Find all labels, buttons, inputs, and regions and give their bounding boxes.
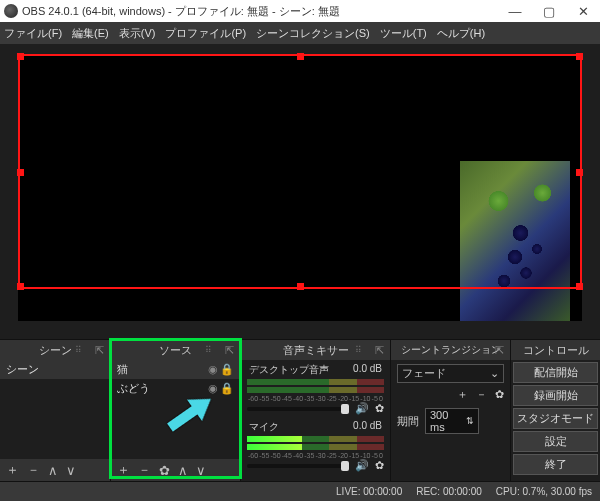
add-transition-button[interactable]: ＋ [457, 387, 468, 402]
status-cpu: CPU: 0.7%, 30.00 fps [496, 486, 592, 497]
panel-title: 音声ミキサー [283, 343, 349, 358]
panel-mixer: 音声ミキサー ⠿ ⇱ デスクトップ音声0.0 dB -60-55-50-45-4… [240, 339, 390, 481]
add-scene-button[interactable]: ＋ [6, 461, 19, 479]
status-rec: REC: 00:00:00 [416, 486, 482, 497]
selection-box[interactable] [18, 54, 582, 289]
panel-controls: コントロール 配信開始 録画開始 スタジオモード 設定 終了 [510, 339, 600, 481]
audio-meter [247, 436, 384, 442]
menu-tools[interactable]: ツール(T) [380, 26, 427, 41]
lock-icon[interactable]: 🔒 [220, 363, 234, 376]
status-bar: LIVE: 00:00:00 REC: 00:00:00 CPU: 0.7%, … [0, 481, 600, 501]
source-settings-button[interactable]: ✿ [159, 463, 170, 478]
mixer-channel: デスクトップ音声0.0 dB -60-55-50-45-40-35-30-25-… [245, 362, 386, 419]
dock-row: シーン ⠿ ⇱ シーン ＋ － ∧ ∨ ソース ⠿ ⇱ 猫 ◉🔒 ぶどう [0, 339, 600, 481]
menu-help[interactable]: ヘルプ(H) [437, 26, 485, 41]
menu-view[interactable]: 表示(V) [119, 26, 156, 41]
remove-source-button[interactable]: － [138, 461, 151, 479]
exit-button[interactable]: 終了 [513, 454, 598, 475]
meter-ticks: -60-55-50-45-40-35-30-25-20-15-10-50 [247, 452, 384, 459]
scenes-list[interactable]: シーン [0, 360, 110, 459]
close-button[interactable]: ✕ [566, 0, 600, 22]
panel-header-mixer[interactable]: 音声ミキサー ⠿ ⇱ [241, 340, 390, 360]
source-up-button[interactable]: ∧ [178, 463, 188, 478]
panel-header-controls[interactable]: コントロール [511, 340, 600, 360]
start-record-button[interactable]: 録画開始 [513, 385, 598, 406]
controls-body: 配信開始 録画開始 スタジオモード 設定 終了 [511, 360, 600, 481]
add-source-button[interactable]: ＋ [117, 461, 130, 479]
menu-edit[interactable]: 編集(E) [72, 26, 109, 41]
panel-title: シーントランジション [401, 343, 501, 357]
panel-transition: シーントランジション ⇱ フェード⌄ ＋ － ✿ 期間 300 ms⇅ [390, 339, 510, 481]
panel-sources: ソース ⠿ ⇱ 猫 ◉🔒 ぶどう ◉🔒 ＋ － ✿ ∧ ∨ [110, 339, 240, 481]
popout-icon[interactable]: ⇱ [375, 344, 384, 357]
audio-meter [247, 387, 384, 393]
meter-ticks: -60-55-50-45-40-35-30-25-20-15-10-50 [247, 395, 384, 402]
channel-name: デスクトップ音声 [249, 363, 329, 377]
channel-db: 0.0 dB [353, 363, 382, 377]
chevron-down-icon: ⌄ [490, 367, 499, 380]
scene-item[interactable]: シーン [0, 360, 110, 379]
sources-toolbar: ＋ － ✿ ∧ ∨ [111, 459, 240, 481]
settings-button[interactable]: 設定 [513, 431, 598, 452]
visibility-icon[interactable]: ◉ [208, 363, 218, 376]
preview-area[interactable] [0, 44, 600, 339]
panel-header-sources[interactable]: ソース ⠿ ⇱ [111, 340, 240, 360]
remove-scene-button[interactable]: － [27, 461, 40, 479]
panel-title: ソース [159, 343, 192, 358]
maximize-button[interactable]: ▢ [532, 0, 566, 22]
speaker-icon[interactable]: 🔊 [355, 459, 369, 472]
status-live: LIVE: 00:00:00 [336, 486, 402, 497]
remove-transition-button[interactable]: － [476, 387, 487, 402]
source-item[interactable]: 猫 ◉🔒 [111, 360, 240, 379]
stepper-icon[interactable]: ⇅ [466, 416, 474, 426]
scene-up-button[interactable]: ∧ [48, 463, 58, 478]
transition-select[interactable]: フェード⌄ [397, 364, 504, 383]
start-stream-button[interactable]: 配信開始 [513, 362, 598, 383]
minimize-button[interactable]: — [498, 0, 532, 22]
drag-dots-icon: ⠿ [75, 345, 83, 355]
panel-title: シーン [39, 343, 72, 358]
studio-mode-button[interactable]: スタジオモード [513, 408, 598, 429]
scenes-toolbar: ＋ － ∧ ∨ [0, 459, 110, 481]
scene-down-button[interactable]: ∨ [66, 463, 76, 478]
visibility-icon[interactable]: ◉ [208, 382, 218, 395]
menu-profile[interactable]: プロファイル(P) [165, 26, 246, 41]
menu-bar: ファイル(F) 編集(E) 表示(V) プロファイル(P) シーンコレクション(… [0, 22, 600, 44]
popout-icon[interactable]: ⇱ [225, 344, 234, 357]
speaker-icon[interactable]: 🔊 [355, 402, 369, 415]
menu-scene-collection[interactable]: シーンコレクション(S) [256, 26, 370, 41]
transition-settings-button[interactable]: ✿ [495, 388, 504, 401]
window-titlebar: OBS 24.0.1 (64-bit, windows) - プロファイル: 無… [0, 0, 600, 22]
drag-dots-icon: ⠿ [205, 345, 213, 355]
volume-slider[interactable] [247, 464, 349, 468]
channel-settings-icon[interactable]: ✿ [375, 402, 384, 415]
source-down-button[interactable]: ∨ [196, 463, 206, 478]
sources-list[interactable]: 猫 ◉🔒 ぶどう ◉🔒 [111, 360, 240, 459]
channel-name: マイク [249, 420, 279, 434]
panel-header-scenes[interactable]: シーン ⠿ ⇱ [0, 340, 110, 360]
channel-db: 0.0 dB [353, 420, 382, 434]
window-title: OBS 24.0.1 (64-bit, windows) - プロファイル: 無… [22, 4, 340, 19]
mixer-channel: マイク0.0 dB -60-55-50-45-40-35-30-25-20-15… [245, 419, 386, 476]
panel-scenes: シーン ⠿ ⇱ シーン ＋ － ∧ ∨ [0, 339, 110, 481]
panel-header-transition[interactable]: シーントランジション ⇱ [391, 340, 510, 360]
lock-icon[interactable]: 🔒 [220, 382, 234, 395]
audio-meter [247, 379, 384, 385]
preview-canvas[interactable] [18, 54, 582, 321]
volume-slider[interactable] [247, 407, 349, 411]
mixer-body: デスクトップ音声0.0 dB -60-55-50-45-40-35-30-25-… [241, 360, 390, 481]
drag-dots-icon: ⠿ [355, 345, 363, 355]
panel-title: コントロール [523, 343, 589, 358]
duration-label: 期間 [397, 414, 419, 429]
channel-settings-icon[interactable]: ✿ [375, 459, 384, 472]
menu-file[interactable]: ファイル(F) [4, 26, 62, 41]
app-logo-icon [4, 4, 18, 18]
popout-icon[interactable]: ⇱ [495, 344, 504, 357]
duration-input[interactable]: 300 ms⇅ [425, 408, 479, 434]
audio-meter [247, 444, 384, 450]
popout-icon[interactable]: ⇱ [95, 344, 104, 357]
transition-body: フェード⌄ ＋ － ✿ 期間 300 ms⇅ [391, 360, 510, 481]
source-item[interactable]: ぶどう ◉🔒 [111, 379, 240, 398]
